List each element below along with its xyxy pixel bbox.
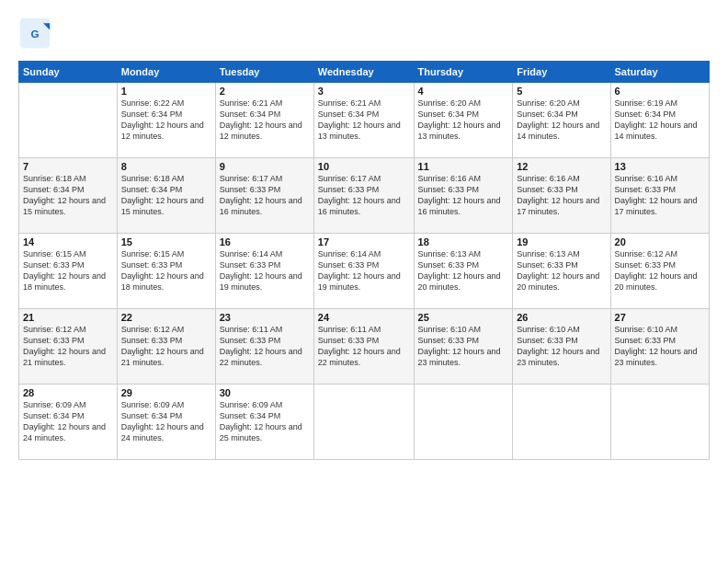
table-row: 3Sunrise: 6:21 AMSunset: 6:34 PMDaylight… — [313, 83, 414, 158]
table-row: 12Sunrise: 6:16 AMSunset: 6:33 PMDayligh… — [513, 158, 610, 234]
table-row: 8Sunrise: 6:18 AMSunset: 6:34 PMDaylight… — [117, 158, 215, 234]
day-number: 11 — [418, 161, 509, 172]
day-info: Sunrise: 6:21 AMSunset: 6:34 PMDaylight:… — [220, 98, 310, 143]
day-info: Sunrise: 6:17 AMSunset: 6:33 PMDaylight:… — [220, 173, 310, 218]
calendar-table: Sunday Monday Tuesday Wednesday Thursday… — [18, 61, 710, 460]
day-number: 29 — [121, 387, 211, 398]
table-row: 30Sunrise: 6:09 AMSunset: 6:34 PMDayligh… — [215, 385, 313, 460]
calendar-week-row: 14Sunrise: 6:15 AMSunset: 6:33 PMDayligh… — [19, 234, 710, 309]
day-number: 15 — [121, 236, 211, 247]
day-info: Sunrise: 6:21 AMSunset: 6:34 PMDaylight:… — [318, 98, 410, 143]
header: G — [18, 17, 710, 50]
day-info: Sunrise: 6:16 AMSunset: 6:33 PMDaylight:… — [418, 173, 509, 218]
day-info: Sunrise: 6:12 AMSunset: 6:33 PMDaylight:… — [121, 324, 211, 369]
table-row: 16Sunrise: 6:14 AMSunset: 6:33 PMDayligh… — [215, 234, 313, 309]
day-info: Sunrise: 6:16 AMSunset: 6:33 PMDaylight:… — [517, 173, 606, 218]
day-info: Sunrise: 6:14 AMSunset: 6:33 PMDaylight:… — [318, 248, 410, 293]
table-row: 29Sunrise: 6:09 AMSunset: 6:34 PMDayligh… — [117, 385, 215, 460]
day-number: 18 — [418, 236, 509, 247]
table-row — [414, 385, 513, 460]
day-info: Sunrise: 6:16 AMSunset: 6:33 PMDaylight:… — [615, 173, 705, 218]
day-number: 22 — [121, 312, 211, 323]
table-row: 27Sunrise: 6:10 AMSunset: 6:33 PMDayligh… — [610, 309, 709, 385]
day-info: Sunrise: 6:09 AMSunset: 6:34 PMDaylight:… — [23, 399, 113, 444]
table-row: 6Sunrise: 6:19 AMSunset: 6:34 PMDaylight… — [610, 83, 709, 158]
day-info: Sunrise: 6:12 AMSunset: 6:33 PMDaylight:… — [615, 248, 705, 293]
day-info: Sunrise: 6:20 AMSunset: 6:34 PMDaylight:… — [517, 98, 606, 143]
col-wednesday: Wednesday — [313, 62, 414, 83]
table-row: 19Sunrise: 6:13 AMSunset: 6:33 PMDayligh… — [513, 234, 610, 309]
day-number: 16 — [220, 236, 310, 247]
table-row — [513, 385, 610, 460]
table-row — [313, 385, 414, 460]
day-info: Sunrise: 6:11 AMSunset: 6:33 PMDaylight:… — [318, 324, 410, 369]
logo-icon: G — [18, 17, 51, 50]
table-row: 24Sunrise: 6:11 AMSunset: 6:33 PMDayligh… — [313, 309, 414, 385]
day-number: 9 — [220, 161, 310, 172]
day-number: 7 — [23, 161, 113, 172]
day-number: 24 — [318, 312, 410, 323]
table-row: 9Sunrise: 6:17 AMSunset: 6:33 PMDaylight… — [215, 158, 313, 234]
table-row: 14Sunrise: 6:15 AMSunset: 6:33 PMDayligh… — [19, 234, 118, 309]
day-number: 21 — [23, 312, 113, 323]
table-row: 22Sunrise: 6:12 AMSunset: 6:33 PMDayligh… — [117, 309, 215, 385]
svg-text:G: G — [30, 28, 39, 40]
table-row: 7Sunrise: 6:18 AMSunset: 6:34 PMDaylight… — [19, 158, 118, 234]
calendar-week-row: 7Sunrise: 6:18 AMSunset: 6:34 PMDaylight… — [19, 158, 710, 234]
day-info: Sunrise: 6:15 AMSunset: 6:33 PMDaylight:… — [121, 248, 211, 293]
table-row: 2Sunrise: 6:21 AMSunset: 6:34 PMDaylight… — [215, 83, 313, 158]
day-number: 14 — [23, 236, 113, 247]
day-info: Sunrise: 6:15 AMSunset: 6:33 PMDaylight:… — [23, 248, 113, 293]
table-row: 17Sunrise: 6:14 AMSunset: 6:33 PMDayligh… — [313, 234, 414, 309]
day-number: 26 — [517, 312, 606, 323]
table-row: 5Sunrise: 6:20 AMSunset: 6:34 PMDaylight… — [513, 83, 610, 158]
day-number: 6 — [615, 86, 705, 97]
col-friday: Friday — [513, 62, 610, 83]
day-number: 19 — [517, 236, 606, 247]
table-row: 25Sunrise: 6:10 AMSunset: 6:33 PMDayligh… — [414, 309, 513, 385]
col-tuesday: Tuesday — [215, 62, 313, 83]
calendar-header-row: Sunday Monday Tuesday Wednesday Thursday… — [19, 62, 710, 83]
table-row: 26Sunrise: 6:10 AMSunset: 6:33 PMDayligh… — [513, 309, 610, 385]
day-number: 2 — [220, 86, 310, 97]
table-row: 4Sunrise: 6:20 AMSunset: 6:34 PMDaylight… — [414, 83, 513, 158]
day-number: 23 — [220, 312, 310, 323]
day-number: 10 — [318, 161, 410, 172]
day-info: Sunrise: 6:19 AMSunset: 6:34 PMDaylight:… — [615, 98, 705, 143]
calendar-week-row: 1Sunrise: 6:22 AMSunset: 6:34 PMDaylight… — [19, 83, 710, 158]
day-info: Sunrise: 6:20 AMSunset: 6:34 PMDaylight:… — [418, 98, 509, 143]
day-info: Sunrise: 6:17 AMSunset: 6:33 PMDaylight:… — [318, 173, 410, 218]
table-row: 28Sunrise: 6:09 AMSunset: 6:34 PMDayligh… — [19, 385, 118, 460]
table-row: 18Sunrise: 6:13 AMSunset: 6:33 PMDayligh… — [414, 234, 513, 309]
day-number: 8 — [121, 161, 211, 172]
table-row: 15Sunrise: 6:15 AMSunset: 6:33 PMDayligh… — [117, 234, 215, 309]
table-row: 1Sunrise: 6:22 AMSunset: 6:34 PMDaylight… — [117, 83, 215, 158]
table-row: 23Sunrise: 6:11 AMSunset: 6:33 PMDayligh… — [215, 309, 313, 385]
day-info: Sunrise: 6:12 AMSunset: 6:33 PMDaylight:… — [23, 324, 113, 369]
day-number: 27 — [615, 312, 705, 323]
calendar-week-row: 28Sunrise: 6:09 AMSunset: 6:34 PMDayligh… — [19, 385, 710, 460]
day-info: Sunrise: 6:18 AMSunset: 6:34 PMDaylight:… — [121, 173, 211, 218]
day-number: 13 — [615, 161, 705, 172]
day-number: 5 — [517, 86, 606, 97]
day-number: 4 — [418, 86, 509, 97]
logo: G — [18, 17, 53, 50]
day-number: 1 — [121, 86, 211, 97]
day-number: 3 — [318, 86, 410, 97]
day-number: 28 — [23, 387, 113, 398]
table-row: 20Sunrise: 6:12 AMSunset: 6:33 PMDayligh… — [610, 234, 709, 309]
table-row: 10Sunrise: 6:17 AMSunset: 6:33 PMDayligh… — [313, 158, 414, 234]
table-row: 21Sunrise: 6:12 AMSunset: 6:33 PMDayligh… — [19, 309, 118, 385]
day-info: Sunrise: 6:10 AMSunset: 6:33 PMDaylight:… — [615, 324, 705, 369]
col-monday: Monday — [117, 62, 215, 83]
day-number: 30 — [220, 387, 310, 398]
col-sunday: Sunday — [19, 62, 118, 83]
day-info: Sunrise: 6:10 AMSunset: 6:33 PMDaylight:… — [517, 324, 606, 369]
day-info: Sunrise: 6:18 AMSunset: 6:34 PMDaylight:… — [23, 173, 113, 218]
day-number: 17 — [318, 236, 410, 247]
day-number: 25 — [418, 312, 509, 323]
day-info: Sunrise: 6:09 AMSunset: 6:34 PMDaylight:… — [121, 399, 211, 444]
table-row: 13Sunrise: 6:16 AMSunset: 6:33 PMDayligh… — [610, 158, 709, 234]
table-row — [19, 83, 118, 158]
day-number: 20 — [615, 236, 705, 247]
